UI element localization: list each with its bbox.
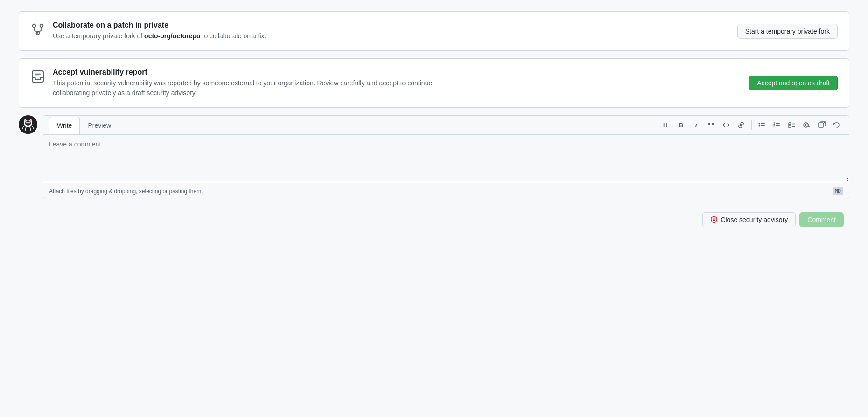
- collaborate-card-content: Collaborate on a patch in private Use a …: [53, 21, 266, 41]
- toolbar-icons: H B I: [660, 116, 843, 134]
- svg-rect-4: [32, 71, 43, 82]
- svg-text:B: B: [679, 122, 683, 129]
- svg-point-13: [29, 122, 29, 123]
- link-icon[interactable]: [735, 118, 748, 132]
- tab-preview[interactable]: Preview: [80, 117, 119, 134]
- comment-textarea[interactable]: [43, 135, 849, 181]
- comment-footer: Attach files by dragging & dropping, sel…: [43, 183, 849, 199]
- quote-icon[interactable]: [705, 118, 718, 132]
- svg-rect-30: [789, 125, 791, 128]
- bold-icon[interactable]: B: [675, 118, 688, 132]
- svg-text:2: 2: [773, 125, 775, 128]
- svg-rect-22: [761, 123, 765, 124]
- comment-button[interactable]: Comment: [799, 212, 844, 227]
- comment-tabs-bar: Write Preview H B I: [43, 116, 849, 135]
- toolbar-divider-1: [751, 120, 752, 130]
- vulnerability-card-content: Accept vulnerability report This potenti…: [53, 68, 454, 98]
- svg-point-1: [40, 24, 43, 28]
- vulnerability-title: Accept vulnerability report: [53, 68, 454, 76]
- svg-point-23: [759, 125, 760, 127]
- svg-point-21: [759, 123, 760, 125]
- vulnerability-description: This potential security vulnerability wa…: [53, 78, 454, 98]
- vulnerability-card: Accept vulnerability report This potenti…: [19, 58, 849, 108]
- reference-icon[interactable]: [815, 118, 828, 132]
- svg-point-17: [30, 120, 32, 122]
- undo-icon[interactable]: [830, 118, 843, 132]
- close-advisory-label: Close security advisory: [721, 216, 788, 223]
- svg-rect-26: [776, 123, 780, 124]
- accept-draft-button[interactable]: Accept and open as draft: [749, 76, 838, 90]
- tasklist-icon[interactable]: [785, 118, 798, 132]
- comment-section: Write Preview H B I: [19, 115, 849, 199]
- mention-icon[interactable]: [800, 118, 813, 132]
- fork-icon: [30, 22, 45, 38]
- comment-actions: Close security advisory Comment: [19, 207, 849, 233]
- svg-point-0: [33, 24, 36, 28]
- tab-group: Write Preview: [49, 117, 119, 133]
- start-fork-button[interactable]: Start a temporary private fork: [737, 24, 838, 39]
- svg-point-12: [27, 122, 27, 123]
- collaborate-card-left: Collaborate on a patch in private Use a …: [30, 21, 730, 41]
- avatar: [19, 115, 37, 134]
- numbered-icon[interactable]: 1 2: [770, 118, 784, 132]
- collaborate-description: Use a temporary private fork of octo-org…: [53, 31, 266, 41]
- markdown-badge: MD: [833, 187, 843, 195]
- comment-box: Write Preview H B I: [43, 115, 849, 199]
- tab-write[interactable]: Write: [49, 117, 80, 134]
- italic-icon[interactable]: I: [690, 118, 703, 132]
- attach-text: Attach files by dragging & dropping, sel…: [49, 188, 203, 195]
- inbox-icon: [30, 69, 45, 85]
- close-advisory-button[interactable]: Close security advisory: [702, 212, 796, 227]
- svg-rect-24: [761, 125, 765, 126]
- shield-x-icon: [710, 216, 718, 223]
- vulnerability-card-left: Accept vulnerability report This potenti…: [30, 68, 742, 98]
- bullets-icon[interactable]: [756, 118, 769, 132]
- svg-rect-34: [819, 123, 823, 127]
- code-icon[interactable]: [720, 118, 733, 132]
- collaborate-title: Collaborate on a patch in private: [53, 21, 266, 29]
- svg-text:I: I: [694, 122, 698, 129]
- svg-point-16: [25, 120, 26, 122]
- collaborate-card: Collaborate on a patch in private Use a …: [19, 11, 849, 51]
- main-container: Collaborate on a patch in private Use a …: [19, 11, 849, 233]
- heading-icon[interactable]: H: [660, 118, 673, 132]
- svg-rect-28: [776, 125, 780, 126]
- svg-text:H: H: [663, 122, 667, 129]
